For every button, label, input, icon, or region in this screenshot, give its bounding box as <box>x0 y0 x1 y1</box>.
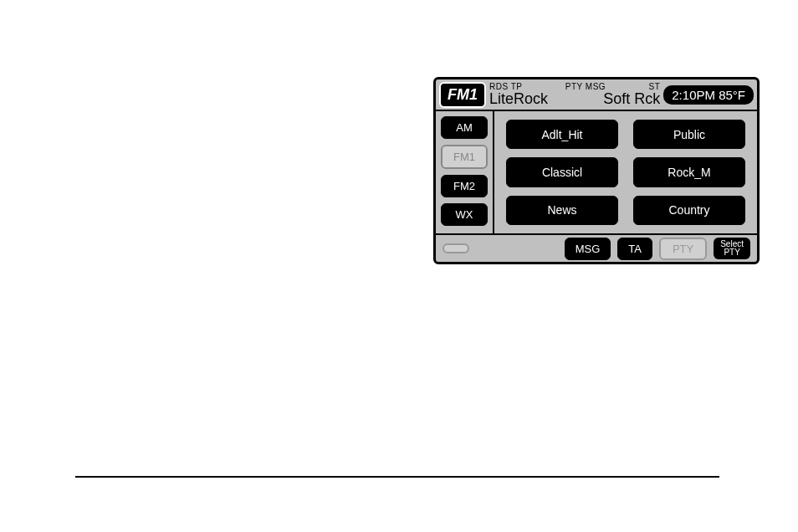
status-pty-msg: PTY MSG <box>565 83 606 91</box>
ta-button[interactable]: TA <box>617 238 652 260</box>
body-area: AM FM1 FM2 WX Adlt_Hit Public Classicl R… <box>436 111 757 233</box>
preset-2-button[interactable]: Public <box>633 120 745 149</box>
band-fm2-button[interactable]: FM2 <box>441 175 488 197</box>
bottom-ghost-button-1[interactable] <box>442 243 469 253</box>
select-pty-line2: PTY <box>720 248 744 257</box>
preset-1-button[interactable]: Adlt_Hit <box>506 120 618 149</box>
current-band-badge: FM1 <box>439 82 486 108</box>
bottom-bar: MSG TA PTY Select PTY <box>436 233 757 262</box>
status-column: RDS TP PTY MSG ST LiteRock Soft Rck <box>489 83 660 106</box>
pty-button[interactable]: PTY <box>659 238 707 260</box>
preset-6-button[interactable]: Country <box>633 196 745 225</box>
radio-panel: FM1 RDS TP PTY MSG ST LiteRock Soft Rck … <box>433 77 760 264</box>
msg-button[interactable]: MSG <box>565 238 611 260</box>
preset-4-button[interactable]: Rock_M <box>633 157 745 187</box>
band-selector: AM FM1 FM2 WX <box>436 111 494 233</box>
station-name: LiteRock <box>489 91 548 106</box>
clock-temperature: 2:10PM 85°F <box>663 85 754 105</box>
band-am-button[interactable]: AM <box>441 116 488 139</box>
horizontal-rule <box>75 476 719 478</box>
preset-3-button[interactable]: Classicl <box>506 157 618 187</box>
preset-grid: Adlt_Hit Public Classicl Rock_M News Cou… <box>494 111 757 233</box>
band-wx-button[interactable]: WX <box>441 203 488 226</box>
genre-name: Soft Rck <box>603 91 660 106</box>
select-pty-button[interactable]: Select PTY <box>714 238 750 259</box>
top-bar: FM1 RDS TP PTY MSG ST LiteRock Soft Rck … <box>436 79 757 111</box>
preset-5-button[interactable]: News <box>506 196 618 225</box>
band-fm1-button[interactable]: FM1 <box>441 145 488 169</box>
